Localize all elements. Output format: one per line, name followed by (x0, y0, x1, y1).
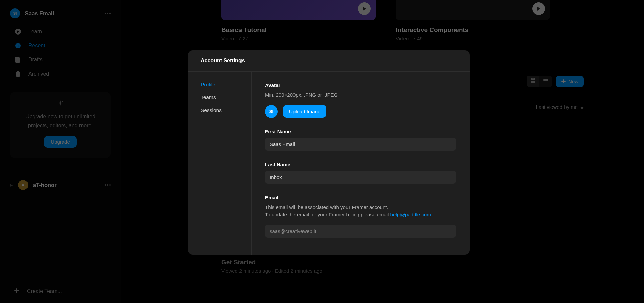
lastname-label: Last Name (265, 162, 456, 167)
account-settings-modal: Account Settings Profile Teams Sessions … (188, 50, 470, 255)
firstname-field: First Name (265, 129, 456, 151)
email-hint: This email will be associated with your … (265, 204, 456, 219)
modal-content: Avatar Min. 200×200px, .PNG or .JPEG SI … (252, 72, 470, 255)
email-field: Email This email will be associated with… (265, 194, 456, 238)
modal-nav-profile[interactable]: Profile (201, 82, 238, 88)
email-input[interactable] (265, 225, 456, 238)
lastname-field: Last Name (265, 162, 456, 184)
firstname-input[interactable] (265, 138, 456, 151)
avatar-field: Avatar Min. 200×200px, .PNG or .JPEG SI … (265, 82, 456, 118)
modal-nav-teams[interactable]: Teams (201, 94, 238, 100)
upload-image-button[interactable]: Upload Image (283, 105, 326, 118)
avatar-hint: Min. 200×200px, .PNG or .JPEG (265, 91, 456, 99)
help-email-link[interactable]: help@paddle.com (390, 212, 431, 217)
email-label: Email (265, 194, 456, 200)
modal-title: Account Settings (188, 50, 470, 72)
avatar-preview: SI (265, 105, 278, 118)
modal-nav-sessions[interactable]: Sessions (201, 107, 238, 113)
avatar-label: Avatar (265, 82, 456, 88)
modal-nav: Profile Teams Sessions (188, 72, 252, 255)
firstname-label: First Name (265, 129, 456, 134)
lastname-input[interactable] (265, 171, 456, 184)
